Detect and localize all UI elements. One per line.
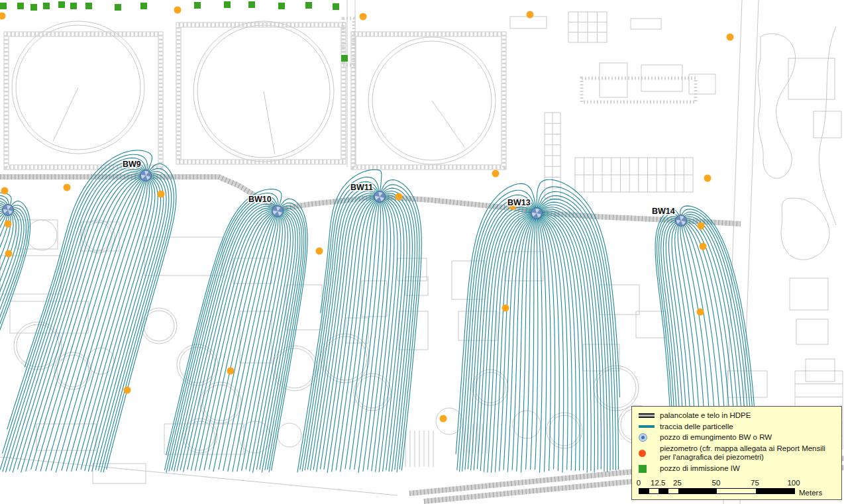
tank-enclosure [9, 36, 158, 165]
scale-bar-segment [756, 489, 795, 493]
particle-trace [535, 218, 538, 470]
particle-trace [302, 185, 378, 472]
piezometer-marker [527, 11, 534, 19]
extraction-well-symbol-dot [641, 436, 645, 439]
well-label: BW14 [652, 207, 675, 216]
piezometer-marker [316, 248, 323, 255]
injection-well-marker [58, 1, 65, 8]
scale-tick-label: 75 [751, 479, 759, 487]
clarifier-circle [87, 348, 114, 374]
particle-trace [541, 213, 588, 473]
clarifier-circle [272, 346, 317, 391]
building-rect [806, 359, 835, 381]
tank-enclosure [351, 32, 506, 170]
scale-tick-label: 100 [787, 479, 800, 487]
injection-well-marker [17, 3, 24, 9]
particle-trace [166, 189, 282, 456]
piezometer-marker [124, 387, 131, 394]
legend-label-hdpe: palancolate e telo in HDPE [660, 411, 837, 421]
piezometer-marker [704, 175, 712, 182]
building-rect [790, 278, 828, 310]
well-label: BW10 [248, 195, 272, 204]
tank-spoke [53, 87, 78, 142]
building-rect [583, 344, 619, 371]
clarifier-circle [547, 413, 582, 448]
tank-enclosure [356, 36, 501, 165]
particle-trace [25, 150, 152, 367]
injection-well-marker [333, 3, 339, 10]
well-label: BW13 [507, 198, 531, 207]
piezometer-marker [227, 368, 235, 375]
particle-trace-map: BW9BW10BW11BW13BW14 palancolate e telo i… [0, 0, 844, 504]
tank-enclosure-hatch [7, 34, 161, 168]
piezometer-marker [174, 7, 182, 14]
piezometer-marker [440, 415, 447, 423]
terrain-outline [758, 34, 795, 178]
particle-trace [531, 218, 536, 470]
tank-enclosure [181, 27, 341, 160]
scale-bar-segment [668, 489, 678, 493]
piezometer-marker [727, 34, 734, 41]
legend-label-piezometer: piezometro (cfr. mappa allegata ai Repor… [660, 444, 837, 462]
legend-label-iw: pozzo di immissione IW [660, 464, 837, 474]
injection-well-marker [248, 1, 255, 8]
injection-well-marker [43, 3, 50, 9]
building-rect [600, 285, 639, 315]
piezometer-marker [698, 223, 705, 230]
particle-trace [40, 179, 142, 472]
scale-tick-label: 12.5 [651, 479, 665, 487]
scale-bar-unit: Meters [799, 489, 822, 497]
piezometer-marker [492, 170, 500, 177]
clarifier-circle [144, 311, 174, 341]
tank-enclosure [176, 23, 346, 164]
scale-bar-ticks: 012.5255075100 [639, 479, 837, 488]
injection-well-symbol [639, 465, 647, 473]
particle-trace [521, 217, 535, 472]
particle-trace-symbol [639, 425, 655, 428]
scale-bar-segment [639, 489, 649, 493]
clarifier-circle [180, 347, 215, 383]
legend-label-trace: traccia delle particelle [660, 423, 837, 432]
piezometer-marker [700, 243, 707, 250]
scale-tick-label: 50 [712, 479, 721, 487]
injection-well-marker [224, 1, 231, 8]
tank-enclosure-hatch [179, 25, 344, 162]
terrain-outline [819, 26, 836, 225]
injection-well-marker [278, 3, 285, 9]
piezometer-marker [5, 250, 13, 258]
piezometer-marker [5, 221, 12, 228]
clarifier-circle [141, 308, 177, 344]
particle-trace [0, 209, 24, 346]
particle-trace [76, 179, 152, 471]
road-line [0, 457, 397, 495]
injection-well-marker [140, 3, 147, 9]
particle-trace [474, 209, 533, 470]
building-rect [636, 311, 666, 338]
building-rect [17, 220, 58, 249]
piezometer-marker [158, 191, 165, 198]
tank-enclosure-hatch [354, 34, 504, 168]
building-rect [631, 19, 661, 29]
particle-trace [268, 206, 304, 470]
particle-trace [477, 211, 532, 469]
map-legend: palancolate e telo in HDPE traccia delle… [631, 406, 842, 500]
scale-tick-label: 0 [637, 479, 641, 487]
particle-trace [324, 198, 375, 470]
hatched-rect [582, 78, 696, 102]
building-rect [600, 63, 627, 97]
scale-bar-segments [639, 488, 795, 494]
piezometer-marker [396, 193, 403, 201]
scale-bar-segment [659, 489, 668, 493]
building-rect [0, 256, 61, 294]
particle-trace [541, 214, 580, 470]
scale-bar-segment [717, 489, 756, 493]
particle-trace [187, 211, 273, 470]
particle-trace [13, 172, 142, 472]
injection-well-marker [70, 3, 77, 9]
clarifier-circle [354, 374, 391, 411]
injection-well-marker [305, 2, 312, 9]
piezometer-marker [502, 305, 509, 312]
injection-well-marker [30, 4, 37, 11]
piezometer-marker [0, 13, 6, 20]
clarifier-circle [26, 220, 57, 250]
